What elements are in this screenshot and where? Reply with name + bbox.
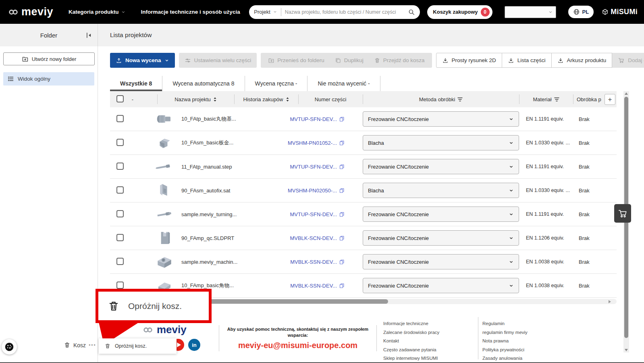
new-quote-button[interactable]: Nowa wycena [110,53,175,68]
table-row[interactable]: 10_FAsm_basic板金... MVSHM-PN01052-... Bla… [110,131,617,155]
row-checkbox[interactable] [116,163,124,170]
method-select[interactable]: Frezowanie CNC/toczenie [363,207,519,222]
material-value: EN 1.0038 equiv. [526,283,573,288]
tab-cannot-quote[interactable]: Nie można wycenić - [307,76,380,91]
tab-auto-quote[interactable]: Wycena automatyczna 8 [162,76,245,91]
method-select[interactable]: Blacha [363,135,519,150]
toolbar: Nowa wycena Ustawienia wielu części Prze… [110,53,617,68]
column-material[interactable]: Materiał [519,91,573,107]
part-number-link[interactable]: MVTUP-SFN-DEV... [258,211,345,217]
tab-all[interactable]: Wszystkie 8 [110,76,162,91]
row-checkbox[interactable] [116,210,124,217]
cookie-settings-button[interactable] [2,339,17,355]
scroll-right-arrow-icon[interactable] [609,300,611,303]
select-all-checkbox[interactable] [116,95,124,102]
column-method[interactable]: Metoda obróbki [363,91,519,107]
tab-manual-quote[interactable]: Wycena ręczna - [245,76,308,91]
part-number-link[interactable]: MVTUP-SFN-DEV... [258,116,345,122]
misumi-logo[interactable]: MiSUMi [602,8,638,16]
footer-link[interactable]: Zalecane środowisko pracy [383,330,439,335]
footer-meviy-logo[interactable]: meviy [141,323,187,336]
material-value: EN 1.0330 equiv. ... [526,140,573,146]
floating-cart-button[interactable] [614,204,631,223]
row-checkbox[interactable] [116,115,124,122]
part-number-link[interactable]: MVTUP-SFN-DEV... [258,164,345,170]
table-row[interactable]: 10_FAtp_basic丸物基... MVTUP-SFN-DEV... Fre… [110,107,617,131]
footer-links-col2: Regulamin regulamin firmy meviy Nota pra… [482,321,528,363]
footer-link[interactable]: Kontakt [383,338,439,343]
cart-button[interactable]: Koszyk zakupowy 0 [427,5,492,19]
cookie-icon [4,342,15,352]
copy-icon[interactable] [339,188,345,194]
method-select[interactable]: Frezowanie CNC/toczenie [363,159,519,174]
scroll-up-arrow-icon[interactable] [625,92,628,95]
copy-icon[interactable] [339,235,345,241]
part-number-link[interactable]: MVBLK-SCN-DEV... [258,235,345,241]
method-select[interactable]: Frezowanie CNC/toczenie [363,278,519,293]
meviy-logo[interactable]: meviy [6,6,53,18]
row-checkbox[interactable] [116,258,124,265]
menu-product-category[interactable]: Kategoria produktu [69,9,126,15]
column-history[interactable]: Historia zakupów [234,91,298,107]
support-email-link[interactable]: meviy-eu@misumi-europe.com [224,341,372,350]
footer-link[interactable]: Sklep internetowy MISUMI [383,356,439,361]
part-number-link[interactable]: MVBLK-SSN-DEV... [258,259,345,265]
more-dots-icon[interactable]: ••• [89,342,96,348]
empty-trash-menu-item[interactable]: Opróżnij kosz. [99,338,177,354]
method-select[interactable]: Blacha [363,183,519,198]
method-select[interactable]: Frezowanie CNC/toczenie [363,230,519,246]
chevron-down-icon [509,283,514,288]
move-to-folder-button[interactable]: Przenieś do folderu [268,57,324,64]
add-column-button[interactable]: + [605,94,615,105]
part-number-link[interactable]: MVBLK-SSN-DEV... [258,283,345,289]
footer-link[interactable]: Regulamin [482,321,528,326]
menu-technical-info[interactable]: Informacje techniczne i sposób użycia [141,9,240,15]
search-input[interactable] [285,9,408,15]
search-icon[interactable] [408,8,415,16]
add-to-cart-button[interactable]: Dodaj do koszyka [612,53,644,68]
table-row[interactable]: sample.meviy_machin... MVBLK-SSN-DEV... … [110,250,617,274]
table-row[interactable]: 90_FAsm_autofix.sat MVSHM-PN02050-... Bl… [110,179,617,202]
move-to-trash-button[interactable]: Przejdź do kosza [374,57,425,64]
footer-link[interactable]: Często zadawane pytania [383,347,439,352]
row-checkbox[interactable] [116,139,124,146]
scroll-down-arrow-icon[interactable] [625,349,628,351]
trash-bin-control[interactable]: Kosz ••• [64,342,96,348]
simple-2d-drawing-button[interactable]: Prosty rysunek 2D [436,53,502,68]
copy-icon[interactable] [339,164,345,170]
table-row[interactable]: 11_FAtp_manual.step MVTUP-SFN-DEV... Fre… [110,155,617,179]
part-number-link[interactable]: MVSHM-PN01052-... [258,140,345,146]
search-scope-select[interactable]: Projekt [254,9,277,15]
copy-icon[interactable] [339,211,345,217]
copy-icon[interactable] [339,140,345,146]
parts-list-button[interactable]: Lista części [502,53,552,68]
copy-icon[interactable] [339,259,345,265]
row-checkbox[interactable] [116,186,124,194]
language-button[interactable]: PL [568,6,594,18]
footer-link[interactable]: Nota prawna [482,338,528,343]
create-folder-button[interactable]: Utwórz nowy folder [3,52,95,65]
column-name[interactable]: Nazwa projektu [157,91,234,107]
footer-link[interactable]: Polityka prywatności [482,347,528,352]
multi-part-settings-button[interactable]: Ustawienia wielu części [179,53,257,68]
method-select[interactable]: Frezowanie CNC/toczenie [363,254,519,269]
sidebar-item-overview[interactable]: Widok ogólny [3,72,94,86]
table-row[interactable]: sample.meviy_turning... MVTUP-SFN-DEV...… [110,202,617,226]
duplicate-button[interactable]: Duplikuj [335,57,364,64]
table-row[interactable]: 90_FAmp_qc.SLDPRT MVBLK-SCN-DEV... Frezo… [110,226,617,250]
method-select[interactable]: Frezowanie CNC/toczenie [363,111,519,127]
duplicate-icon [335,57,341,64]
footer-link[interactable]: Zasady anulowania [482,356,528,361]
footer-link[interactable]: Informacje techniczne [383,321,439,326]
linkedin-icon[interactable]: in [188,339,200,351]
part-thumbnail [152,158,177,175]
row-checkbox[interactable] [116,282,124,289]
row-checkbox[interactable] [116,234,124,241]
header-dropdown[interactable] [505,6,556,18]
part-number-link[interactable]: MVSHM-PN02050-... [258,188,345,194]
copy-icon[interactable] [339,116,345,122]
copy-icon[interactable] [339,283,345,289]
product-sheet-button[interactable]: Arkusz produktu [551,53,613,68]
collapse-sidebar-button[interactable] [85,32,92,39]
footer-link[interactable]: regulamin firmy meviy [482,330,528,335]
